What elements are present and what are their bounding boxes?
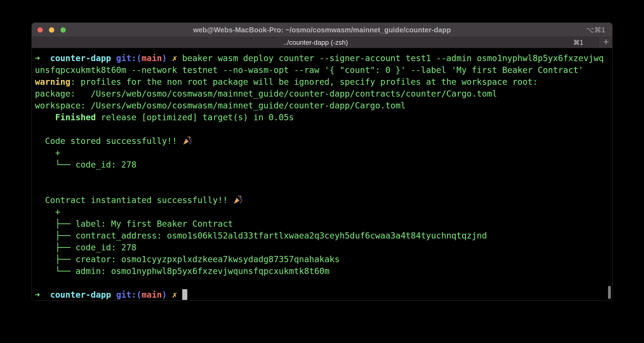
terminal-text: [167, 290, 172, 300]
party-popper-icon: [233, 195, 243, 204]
terminal-text: Contract instantiated successfully!!: [35, 195, 233, 205]
terminal-text: git:(: [116, 290, 141, 300]
terminal-text: [111, 53, 116, 63]
tab-title: ../counter-dapp (-zsh): [32, 37, 600, 48]
terminal-line: +: [35, 147, 610, 159]
terminal-text: Code stored successfully!!: [35, 136, 182, 146]
terminal-line: ➜ counter-dapp git:(main) ✗ beaker wasm …: [35, 52, 610, 64]
tab-bar: ../counter-dapp (-zsh) ⌘1 +: [32, 37, 612, 48]
terminal-text: ): [162, 290, 167, 300]
terminal-text: [40, 290, 50, 300]
terminal-line: +: [35, 206, 610, 218]
terminal-text: └── admin: osmo1nyphwl8p5yx6fxzevjwqunsf…: [35, 266, 330, 276]
terminal-text: main: [141, 53, 162, 63]
new-tab-button[interactable]: +: [600, 37, 612, 48]
terminal-text: counter-dapp: [50, 53, 111, 63]
party-popper-icon: [182, 136, 192, 145]
terminal-line: [35, 171, 610, 182]
terminal-line: └── admin: osmo1nyphwl8p5yx6fxzevjwqunsf…: [35, 265, 610, 277]
window-shortcut-hint: ⌥⌘1: [586, 23, 605, 37]
terminal-text: ✗: [172, 290, 177, 300]
terminal-text: [35, 112, 55, 122]
terminal-text: workspace: /Users/web/osmo/cosmwasm/main…: [35, 101, 406, 110]
terminal-text: ➜: [35, 290, 40, 300]
terminal-text: ├── code_id: 278: [35, 242, 136, 252]
terminal-text: ├── contract_address: osmo1s06kl52ald33t…: [35, 231, 487, 240]
terminal-text: git:(: [116, 53, 141, 63]
terminal-text: warning: [35, 77, 70, 87]
terminal-text: ➜: [35, 53, 40, 63]
terminal-line: Code stored successfully!!: [35, 135, 610, 147]
terminal-text: +: [35, 207, 60, 217]
terminal-text: Finished: [55, 112, 96, 122]
terminal-line: [35, 277, 610, 289]
terminal-text: ├── label: My first Beaker Contract: [35, 219, 233, 229]
terminal-line: ├── label: My first Beaker Contract: [35, 218, 610, 230]
terminal-line: ├── code_id: 278: [35, 242, 610, 253]
terminal-cursor: [182, 289, 187, 300]
scrollbar-thumb[interactable]: [608, 286, 611, 299]
terminal-line: Contract instantiated successfully!!: [35, 194, 610, 206]
terminal-text: ├── creator: osmo1cyyzpxplxdzkeea7kwsyda…: [35, 254, 340, 264]
terminal-text: [167, 53, 172, 63]
terminal-line: package: /Users/web/osmo/cosmwasm/mainne…: [35, 88, 610, 100]
terminal-text: └── code_id: 278: [35, 160, 136, 170]
window-title: web@Webs-MacBook-Pro: ~/osmo/cosmwasm/ma…: [32, 23, 612, 37]
terminal-content[interactable]: ➜ counter-dapp git:(main) ✗ beaker wasm …: [32, 48, 612, 300]
terminal-text: ): [162, 53, 167, 63]
terminal-text: [111, 290, 116, 300]
terminal-line: [35, 123, 610, 135]
terminal-text: [40, 53, 50, 63]
terminal-text: package: /Users/web/osmo/cosmwasm/mainne…: [35, 89, 497, 99]
terminal-text: counter-dapp: [50, 290, 111, 300]
terminal-line: workspace: /Users/web/osmo/cosmwasm/main…: [35, 100, 610, 112]
window-titlebar[interactable]: web@Webs-MacBook-Pro: ~/osmo/cosmwasm/ma…: [32, 23, 612, 37]
terminal-text: beaker wasm deploy counter --signer-acco…: [177, 53, 604, 63]
terminal-text: unsfqpcxukmtk8t60m --network testnet --n…: [35, 65, 584, 75]
terminal-line: Finished release [optimized] target(s) i…: [35, 112, 610, 123]
terminal-text: main: [141, 290, 162, 300]
terminal-text: +: [35, 148, 60, 158]
terminal-line: ➜ counter-dapp git:(main) ✗: [35, 289, 610, 301]
terminal-window: web@Webs-MacBook-Pro: ~/osmo/cosmwasm/ma…: [31, 23, 613, 301]
terminal-line: [35, 182, 610, 194]
terminal-line: warning: profiles for the non root packa…: [35, 76, 610, 88]
terminal-text: : profiles for the non root package will…: [70, 77, 538, 87]
terminal-text: [177, 290, 182, 300]
terminal-line: ├── contract_address: osmo1s06kl52ald33t…: [35, 230, 610, 242]
tab-shortcut-hint: ⌘1: [573, 37, 583, 48]
terminal-line: └── code_id: 278: [35, 159, 610, 171]
tab-counter-dapp[interactable]: ../counter-dapp (-zsh) ⌘1: [32, 37, 600, 48]
terminal-line: unsfqpcxukmtk8t60m --network testnet --n…: [35, 64, 610, 76]
terminal-text: release [optimized] target(s) in 0.05s: [96, 112, 294, 122]
terminal-line: ├── creator: osmo1cyyzpxplxdzkeea7kwsyda…: [35, 253, 610, 265]
terminal-text: ✗: [172, 53, 177, 63]
